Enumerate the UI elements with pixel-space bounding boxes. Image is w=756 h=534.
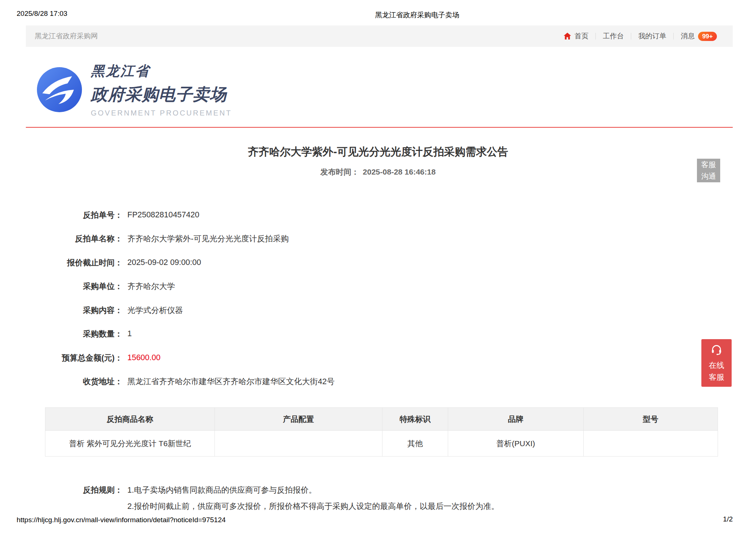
field-label: 采购单位： xyxy=(26,281,123,292)
cell-model xyxy=(583,431,718,457)
logo-line2: 政府采购电子卖场 xyxy=(91,83,232,106)
field-label: 采购数量： xyxy=(26,328,123,339)
logo-text: 黑龙江省 政府采购电子卖场 GOVERNMENT PROCUREMENT xyxy=(91,62,232,117)
field-label: 收货地址： xyxy=(26,376,123,387)
navbar-menu: 首页 工作台 我的订单 消息 99+ xyxy=(563,31,724,41)
auction-rules: 反拍规则： 1.电子卖场内销售同款商品的供应商可参与反拍报价。 2.报价时间截止… xyxy=(26,482,499,514)
field-row-order-name: 反拍单名称： 齐齐哈尔大学紫外-可见光分光光度计反拍采购 xyxy=(26,227,334,251)
field-value: FP25082810457420 xyxy=(127,210,199,220)
field-label: 反拍单号： xyxy=(26,210,123,220)
field-row-purchase-content: 采购内容： 光学式分析仪器 xyxy=(26,298,334,322)
customer-service-chat-button[interactable]: 客服 沟通 xyxy=(697,159,720,182)
notice-fields: 反拍单号： FP25082810457420 反拍单名称： 齐齐哈尔大学紫外-可… xyxy=(26,203,334,393)
field-value: 齐齐哈尔大学紫外-可见光分光光度计反拍采购 xyxy=(127,233,289,244)
col-header-model: 型号 xyxy=(583,408,718,431)
col-header-special-mark: 特殊标识 xyxy=(382,408,448,431)
field-label: 采购内容： xyxy=(26,305,123,316)
rule-item-2: 2.报价时间截止前，供应商可多次报价，所报价格不得高于采购人设定的最高单价，以最… xyxy=(127,498,499,514)
top-navbar: 黑龙江省政府采购网 首页 工作台 我的订单 消息 99+ xyxy=(26,25,733,47)
field-label: 报价截止时间： xyxy=(26,257,123,268)
col-header-product-name: 反拍商品名称 xyxy=(45,408,215,431)
nav-item-label: 工作台 xyxy=(603,31,624,41)
kefu-line1: 客服 xyxy=(701,159,716,170)
rule-item-1: 1.电子卖场内销售同款商品的供应商可参与反拍报价。 xyxy=(127,482,499,498)
col-header-brand: 品牌 xyxy=(448,408,583,431)
nav-item-label: 首页 xyxy=(574,31,588,41)
online-line1: 在线 xyxy=(709,359,724,371)
field-row-delivery-address: 收货地址： 黑龙江省齐齐哈尔市建华区齐齐哈尔市建华区文化大街42号 xyxy=(26,370,334,394)
cell-special-mark: 其他 xyxy=(382,431,448,457)
field-value: 2025-09-02 09:00:00 xyxy=(127,258,201,267)
logo-line3: GOVERNMENT PROCUREMENT xyxy=(91,109,232,117)
logo-line1: 黑龙江省 xyxy=(91,62,232,80)
field-value-budget: 15600.00 xyxy=(127,353,161,362)
nav-item-messages[interactable]: 消息 99+ xyxy=(674,31,724,41)
headset-icon xyxy=(710,343,723,356)
cell-configuration xyxy=(215,431,382,457)
notice-title: 齐齐哈尔大学紫外-可见光分光光度计反拍采购需求公告 xyxy=(0,145,756,159)
red-divider xyxy=(26,127,733,128)
publish-time-line: 发布时间：2025-08-28 16:46:18 xyxy=(0,167,756,177)
table-header-row: 反拍商品名称 产品配置 特殊标识 品牌 型号 xyxy=(45,408,718,431)
print-source-url: https://hljcg.hlj.gov.cn/mall-view/infor… xyxy=(17,516,226,524)
nav-item-label: 我的订单 xyxy=(638,31,666,41)
site-logo[interactable]: 黑龙江省 政府采购电子卖场 GOVERNMENT PROCUREMENT xyxy=(37,62,232,117)
field-row-order-number: 反拍单号： FP25082810457420 xyxy=(26,203,334,227)
field-value: 黑龙江省齐齐哈尔市建华区齐齐哈尔市建华区文化大街42号 xyxy=(127,376,334,387)
field-row-quantity: 采购数量： 1 xyxy=(26,322,334,346)
kefu-line2: 沟通 xyxy=(701,170,716,182)
nav-item-label: 消息 xyxy=(681,31,695,41)
cell-product-name: 普析 紫外可见分光光度计 T6新世纪 xyxy=(45,431,215,457)
field-row-budget-total: 预算总金额(元)： 15600.00 xyxy=(26,346,334,370)
publish-time-value: 2025-08-28 16:46:18 xyxy=(363,168,436,176)
field-value: 齐齐哈尔大学 xyxy=(127,281,175,292)
field-label: 预算总金额(元)： xyxy=(26,352,123,363)
nav-item-workbench[interactable]: 工作台 xyxy=(596,31,631,41)
online-line2: 客服 xyxy=(709,371,724,383)
home-icon xyxy=(563,32,572,41)
site-name[interactable]: 黑龙江省政府采购网 xyxy=(35,31,98,41)
field-row-quote-deadline: 报价截止时间： 2025-09-02 09:00:00 xyxy=(26,251,334,275)
print-document-title: 黑龙江省政府采购电子卖场 xyxy=(39,10,756,20)
print-page-number: 1/2 xyxy=(723,515,733,523)
rules-label: 反拍规则： xyxy=(26,482,123,514)
table-row: 普析 紫外可见分光光度计 T6新世纪 其他 普析(PUXI) xyxy=(45,431,718,457)
product-table: 反拍商品名称 产品配置 特殊标识 品牌 型号 普析 紫外可见分光光度计 T6新世… xyxy=(45,407,718,457)
nav-item-home[interactable]: 首页 xyxy=(563,31,595,41)
publish-time-label: 发布时间： xyxy=(320,168,359,176)
cell-brand: 普析(PUXI) xyxy=(448,431,583,457)
col-header-configuration: 产品配置 xyxy=(215,408,382,431)
messages-count-badge: 99+ xyxy=(698,32,717,41)
field-row-purchaser: 采购单位： 齐齐哈尔大学 xyxy=(26,275,334,299)
logo-dragon-icon xyxy=(37,67,82,112)
rules-list: 1.电子卖场内销售同款商品的供应商可参与反拍报价。 2.报价时间截止前，供应商可… xyxy=(127,482,499,514)
field-label: 反拍单名称： xyxy=(26,233,123,244)
field-value: 1 xyxy=(127,329,132,338)
nav-item-orders[interactable]: 我的订单 xyxy=(631,31,673,41)
field-value: 光学式分析仪器 xyxy=(127,305,183,316)
online-service-button[interactable]: 在线 客服 xyxy=(701,339,732,387)
